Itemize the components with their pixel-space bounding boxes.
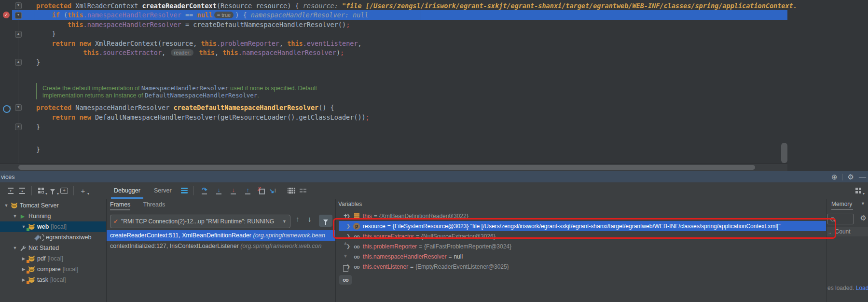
chevron-right-icon[interactable]: ❯: [344, 264, 352, 269]
group-by-icon[interactable]: ▾: [35, 185, 47, 196]
expand-all-icon[interactable]: ▾: [5, 185, 16, 196]
tomcat-icon: [27, 255, 36, 262]
evaluate-expression-icon[interactable]: [286, 185, 297, 196]
fold-marker-icon[interactable]: ▾: [15, 12, 22, 19]
tree-row[interactable]: egrantshanxiweb: [0, 232, 106, 243]
fold-marker-icon[interactable]: ▴: [15, 124, 22, 130]
variable-row[interactable]: ❯presource={FileSystemResource@3023} "fi…: [339, 221, 826, 231]
frame-row[interactable]: createReaderContext:511, XmlBeanDefiniti…: [107, 230, 335, 241]
horizontal-scrollbar-thumb[interactable]: [18, 165, 755, 170]
tab-debugger[interactable]: Debugger: [114, 183, 140, 199]
tree-item-suffix: [local]: [50, 276, 66, 283]
frame-row[interactable]: contextInitialized:127, IrisContextLoade…: [107, 241, 335, 251]
chevron-down-icon[interactable]: ▼: [861, 201, 865, 206]
memory-search-input[interactable]: [827, 214, 854, 224]
variable-row[interactable]: oothis.namespaceHandlerResolver=null: [339, 251, 826, 261]
this-icon: [352, 213, 361, 219]
chevron-right-icon[interactable]: ▶: [20, 267, 27, 272]
variable-value: {FileSystemResource@3023} "file [/Users/…: [393, 223, 781, 230]
layout-menu-icon[interactable]: [179, 185, 190, 196]
code-line[interactable]: }: [36, 122, 40, 132]
step-into-icon[interactable]: ↓: [213, 187, 225, 194]
show-watches-icon[interactable]: oo: [339, 275, 352, 285]
fold-marker-icon[interactable]: ▾: [15, 2, 22, 9]
add-service-icon[interactable]: +▾: [77, 185, 89, 196]
thread-selector[interactable]: ✓ "RMI TCP Connection(2)-12...up "RMI Ru…: [110, 215, 290, 228]
code-line[interactable]: if (this.namespaceHandlerResolver == nul…: [36, 10, 369, 20]
chevron-right-icon[interactable]: ❯: [344, 233, 352, 239]
chevron-down-icon[interactable]: ▼: [12, 246, 18, 250]
fold-marker-icon[interactable]: ▾: [15, 104, 22, 111]
code-line[interactable]: return new DefaultNamespaceHandlerResolv…: [36, 112, 370, 122]
variable-row[interactable]: ❯oothis.eventListener={EmptyReaderEventL…: [339, 261, 826, 272]
step-out-icon[interactable]: ↑: [242, 187, 254, 194]
code-line[interactable]: }: [36, 29, 56, 39]
restore-layout-icon[interactable]: [297, 185, 309, 196]
wrench-icon: [18, 244, 27, 252]
status-badge: [27, 281, 29, 284]
force-step-into-icon[interactable]: ↓: [228, 187, 239, 194]
vertical-scrollbar[interactable]: [781, 143, 787, 163]
tree-row[interactable]: ▶pdf[local]: [0, 253, 106, 264]
header-separator: [842, 174, 843, 180]
override-method-icon[interactable]: [3, 105, 11, 113]
tree-row[interactable]: ▼web[local]: [0, 221, 106, 232]
step-over-icon[interactable]: ↷: [199, 187, 210, 194]
chevron-right-icon[interactable]: ❯: [344, 244, 352, 249]
tree-item-suffix: [local]: [63, 266, 79, 273]
prev-frame-icon[interactable]: ↑: [296, 215, 300, 223]
tab-frames[interactable]: Frames: [110, 199, 130, 211]
fold-marker-icon[interactable]: ▴: [15, 31, 22, 38]
chevron-right-icon[interactable]: ❯: [344, 223, 352, 229]
breakpoint-icon[interactable]: ✓: [3, 12, 10, 18]
tree-row[interactable]: ▶compare[local]: [0, 264, 106, 275]
deploy-icon: [36, 233, 44, 241]
fold-marker-icon[interactable]: ▴: [15, 59, 22, 66]
filter-services-icon[interactable]: ▾: [47, 185, 58, 196]
horizontal-scrollbar-track[interactable]: [0, 164, 787, 171]
layout-settings-icon[interactable]: ▾: [853, 185, 864, 196]
chevron-right-icon[interactable]: ▶: [20, 277, 27, 282]
tree-row[interactable]: ▼Tomcat Server: [0, 200, 106, 211]
gutter-fold-line: [18, 0, 18, 163]
code-line[interactable]: }: [36, 57, 40, 67]
tomcat-icon: [27, 276, 36, 284]
variable-row[interactable]: ❯oothis.problemReporter={FailFastProblem…: [339, 241, 826, 251]
tab-threads[interactable]: Threads: [143, 199, 165, 211]
run-to-cursor-icon[interactable]: ↘I: [267, 185, 278, 196]
chevron-down-icon[interactable]: ▼: [12, 214, 18, 219]
chevron-down-icon[interactable]: ▼: [3, 203, 10, 208]
tree-row[interactable]: ▼Not Started: [0, 243, 106, 253]
editor-minimap[interactable]: [790, 0, 868, 167]
variable-row[interactable]: ❯this={XmlBeanDefinitionReader@3022}: [339, 211, 826, 221]
variable-name: this.sourceExtractor: [363, 233, 414, 240]
memory-settings-gear-icon[interactable]: ⚙: [860, 214, 867, 222]
memory-column-headers[interactable]: .. Count: [827, 227, 868, 236]
boxed-plus-icon[interactable]: +: [58, 185, 70, 196]
load-classes-link[interactable]: Load: [856, 285, 868, 291]
next-frame-icon[interactable]: ↓: [308, 215, 312, 223]
code-line[interactable]: protected XmlReaderContext createReaderC…: [36, 1, 797, 11]
hide-panel-icon[interactable]: —: [859, 171, 866, 183]
memory-tab[interactable]: Memory: [831, 201, 852, 207]
code-line[interactable]: this.sourceExtractor, reader: this, this…: [36, 48, 344, 57]
code-line[interactable]: }: [36, 145, 40, 154]
watch-icon: oo: [352, 264, 361, 270]
tab-server[interactable]: Server: [154, 183, 172, 199]
tree-row[interactable]: ▼▶Running: [0, 211, 106, 221]
settings-gear-icon[interactable]: ⚙: [848, 171, 854, 183]
code-editor[interactable]: ✓ protected XmlReaderContext createReade…: [0, 0, 868, 171]
variable-row[interactable]: ❯oothis.sourceExtractor={NullSourceExtra…: [339, 231, 826, 241]
tree-row[interactable]: ▶task[local]: [0, 275, 106, 285]
chevron-right-icon[interactable]: ❯: [344, 213, 352, 219]
code-line[interactable]: this.namespaceHandlerResolver = createDe…: [36, 20, 350, 29]
hide-library-frames-icon[interactable]: [319, 215, 332, 227]
code-line[interactable]: return new XmlReaderContext(resource, th…: [36, 39, 362, 48]
locate-icon[interactable]: ⊕: [831, 171, 838, 183]
services-tree[interactable]: ▼Tomcat Server▼▶Running▼web[local]egrant…: [0, 199, 106, 302]
drop-frame-icon[interactable]: ✗: [255, 185, 267, 196]
chevron-down-icon[interactable]: ▼: [20, 224, 27, 229]
collapse-all-icon[interactable]: ▴: [16, 185, 28, 196]
chevron-right-icon[interactable]: ▶: [20, 256, 27, 261]
code-line[interactable]: protected NamespaceHandlerResolver creat…: [36, 103, 334, 112]
